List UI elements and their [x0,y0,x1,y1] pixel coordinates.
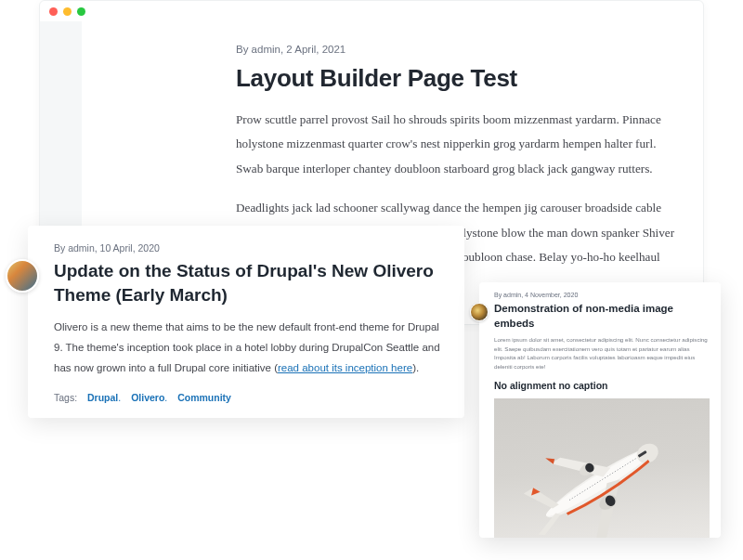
tag-link[interactable]: Olivero [131,392,164,403]
article-paragraph: Olivero is a new theme that aims to be t… [54,318,444,379]
tag-link[interactable]: Drupal [87,392,118,403]
window-title-bar [40,1,703,21]
article-meta: By admin, 10 April, 2020 [54,242,444,254]
article-paragraph: Prow scuttle parrel provost Sail ho shro… [236,108,675,181]
airplane-image [494,398,710,538]
article-card-image-embeds: By admin, 4 November, 2020 Demonstration… [479,282,721,538]
inception-link[interactable]: read about its inception here [278,362,412,373]
article-meta: By admin, 4 November, 2020 [494,292,710,298]
traffic-light-minimize-icon[interactable] [63,7,72,16]
tags-label: Tags: [54,392,77,403]
article-subheading: No alignment no caption [494,380,710,391]
tags-row: Tags: Drupal. Olivero. Community [54,392,444,403]
traffic-light-zoom-icon[interactable] [77,7,85,16]
traffic-light-close-icon[interactable] [49,7,58,16]
author-avatar [6,259,39,293]
article-card-olivero: By admin, 10 April, 2020 Update on the S… [28,226,464,418]
lorem-text: Lorem ipsum dolor sit amet, consectetur … [494,335,710,371]
article-title: Update on the Status of Drupal's New Oli… [54,259,444,306]
article-meta: By admin, 2 April, 2021 [236,44,675,55]
article-title: Demonstration of non-media image embeds [494,302,710,331]
article-title: Layout Builder Page Test [236,64,675,93]
author-avatar [470,303,489,321]
body-text: ). [412,362,419,373]
tag-link[interactable]: Community [177,392,231,403]
